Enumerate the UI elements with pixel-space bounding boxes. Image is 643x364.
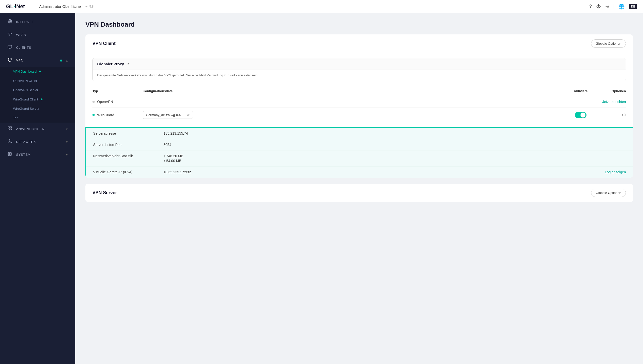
vpn-indicator-dot <box>60 60 62 62</box>
logo-area: GL·iNet Administrator Oberfläche v4.5.8 <box>6 3 93 10</box>
wireguard-status-dot <box>92 114 95 116</box>
wireguard-server-label: WireGuard Server <box>13 107 39 111</box>
wireguard-config-value: Germany_de-fra-wg-002 <box>146 113 182 117</box>
help-icon[interactable]: ? <box>589 4 592 9</box>
wireguard-options-cell: ⚙ <box>596 108 626 123</box>
svg-point-12 <box>11 142 12 143</box>
detail-value-ip: 10.65.235.172/32 <box>164 170 605 174</box>
sidebar-subitem-wireguard-client[interactable]: WireGuard Client <box>0 95 75 104</box>
svg-line-14 <box>9 142 10 142</box>
sidebar-item-system[interactable]: SYSTEM ▼ <box>0 148 75 161</box>
internet-icon <box>7 19 13 25</box>
detail-value-statistik: ↓ 746.26 MB ↑ 54.00 MB <box>164 154 626 163</box>
proxy-mode-description: Der gesamte Netzwerkverkehr wird durch d… <box>93 70 626 81</box>
topbar-divider <box>32 3 32 10</box>
anwendungen-icon <box>7 126 13 132</box>
col-header-typ: Typ <box>92 86 143 96</box>
vpn-client-global-options-button[interactable]: Globale Optionen <box>591 39 626 48</box>
proxy-mode-label: Globaler Proxy <box>97 62 124 66</box>
netzwerk-chevron-icon: ▼ <box>66 140 68 143</box>
power-icon[interactable]: ⏻ <box>596 4 601 9</box>
globe-icon[interactable]: 🌐 <box>618 4 625 10</box>
sidebar-subitem-openvpn-client[interactable]: OpenVPN Client <box>0 76 75 85</box>
detail-row-serveradresse: Serveradresse 185.213.155.74 <box>86 128 633 139</box>
topbar-version: v4.5.8 <box>85 5 94 8</box>
detail-label-serveradresse: Serveradresse <box>93 131 164 135</box>
vpn-client-card: VPN Client Globale Optionen Globaler Pro… <box>85 34 633 178</box>
vpn-table-header-row: Typ Konfigurationsdatei Aktiviere Option… <box>92 86 626 96</box>
openvpn-toggle-cell <box>566 96 596 108</box>
svg-point-2 <box>10 35 10 36</box>
svg-point-10 <box>10 139 10 140</box>
sidebar-item-vpn[interactable]: VPN ▲ <box>0 54 75 67</box>
openvpn-config-cell <box>143 96 566 108</box>
table-row-openvpn: OpenVPN Jetzt einrichten <box>92 96 626 108</box>
sidebar-item-internet[interactable]: INTERNET <box>0 16 75 28</box>
lang-badge[interactable]: DE <box>629 4 637 9</box>
wireguard-config-select[interactable]: Germany_de-fra-wg-002 ⟳ <box>143 111 193 119</box>
svg-rect-7 <box>10 127 12 128</box>
vpn-table: Typ Konfigurationsdatei Aktiviere Option… <box>92 86 626 123</box>
vpn-chevron-icon: ▲ <box>66 59 68 62</box>
detail-value-port: 3054 <box>164 143 626 147</box>
exit-icon[interactable]: ⇥ <box>605 4 609 9</box>
topbar-right: ? ⏻ ⇥ 🌐 DE <box>589 4 637 10</box>
vpn-server-card: VPN Server Globale Optionen <box>85 184 633 202</box>
wireguard-gear-icon[interactable]: ⚙ <box>622 113 626 118</box>
sidebar-label-netzwerk: NETZWERK <box>16 140 62 144</box>
detail-download-value: ↓ 746.26 MB <box>164 154 626 158</box>
vpn-dashboard-dot <box>39 71 41 72</box>
sidebar-item-anwendungen[interactable]: ANWENDUNGEN ▼ <box>0 123 75 135</box>
wireguard-label: WireGuard <box>97 113 114 117</box>
sidebar-label-system: SYSTEM <box>16 153 62 157</box>
log-anzeigen-link[interactable]: Log anzeigen <box>605 170 626 174</box>
sidebar-item-netzwerk[interactable]: NETZWERK ▼ <box>0 135 75 148</box>
sidebar-subitem-tor[interactable]: Tor <box>0 113 75 123</box>
svg-point-11 <box>8 142 9 143</box>
netzwerk-icon <box>7 139 13 145</box>
proxy-refresh-icon[interactable]: ⟳ <box>127 62 130 66</box>
openvpn-client-label: OpenVPN Client <box>13 79 37 83</box>
detail-row-ip: Virtuelle Geräte-IP (IPv4) 10.65.235.172… <box>86 167 633 178</box>
sidebar-item-clients[interactable]: CLIENTS <box>0 41 75 54</box>
clients-icon <box>7 45 13 50</box>
logo: GL·iNet <box>6 3 25 10</box>
tor-label: Tor <box>13 116 18 120</box>
topbar: GL·iNet Administrator Oberfläche v4.5.8 … <box>0 0 643 13</box>
detail-label-ip: Virtuelle Geräte-IP (IPv4) <box>93 170 164 174</box>
openvpn-server-label: OpenVPN Server <box>13 88 38 92</box>
topbar-title: Administrator Oberfläche <box>39 4 81 9</box>
main-layout: INTERNET WLAN CLIENTS VPN ▲ <box>0 13 643 364</box>
vpn-submenu: VPN Dashboard OpenVPN Client OpenVPN Ser… <box>0 67 75 123</box>
wireguard-type-dot: WireGuard <box>92 113 114 117</box>
vpn-server-global-options-button[interactable]: Globale Optionen <box>591 189 626 197</box>
wireguard-client-label: WireGuard Client <box>13 97 38 101</box>
proxy-header: Globaler Proxy ⟳ <box>93 58 626 70</box>
detail-label-statistik: Netzwerkverkehr Statistik <box>93 154 164 158</box>
table-row-wireguard: WireGuard Germany_de-fra-wg-002 ⟳ <box>92 108 626 123</box>
wireguard-config-cell: Germany_de-fra-wg-002 ⟳ <box>143 108 566 123</box>
wireguard-toggle[interactable] <box>575 112 586 118</box>
col-header-aktiviere: Aktiviere <box>566 86 596 96</box>
page-title: VPN Dashboard <box>85 21 633 28</box>
svg-rect-6 <box>8 127 9 128</box>
openvpn-setup-link[interactable]: Jetzt einrichten <box>602 100 626 104</box>
vpn-server-card-header: VPN Server Globale Optionen <box>85 184 633 202</box>
sidebar: INTERNET WLAN CLIENTS VPN ▲ <box>0 13 75 364</box>
sidebar-subitem-vpn-dashboard[interactable]: VPN Dashboard <box>0 67 75 76</box>
sidebar-label-internet: INTERNET <box>16 20 68 24</box>
proxy-mode-box: Globaler Proxy ⟳ Der gesamte Netzwerkver… <box>92 58 626 81</box>
openvpn-type-cell: OpenVPN <box>92 96 143 108</box>
sidebar-subitem-openvpn-server[interactable]: OpenVPN Server <box>0 85 75 95</box>
sidebar-label-vpn: VPN <box>16 59 57 62</box>
sidebar-item-wlan[interactable]: WLAN <box>0 28 75 41</box>
sidebar-subitem-wireguard-server[interactable]: WireGuard Server <box>0 104 75 113</box>
content-area: VPN Dashboard VPN Client Globale Optione… <box>75 13 643 364</box>
detail-upload-value: ↑ 54.00 MB <box>164 159 626 163</box>
system-icon <box>7 152 13 158</box>
openvpn-options-cell: Jetzt einrichten <box>596 96 626 108</box>
sidebar-label-clients: CLIENTS <box>16 46 68 49</box>
detail-value-serveradresse: 185.213.155.74 <box>164 131 626 135</box>
detail-row-statistik: Netzwerkverkehr Statistik ↓ 746.26 MB ↑ … <box>86 150 633 167</box>
svg-rect-8 <box>8 129 9 130</box>
